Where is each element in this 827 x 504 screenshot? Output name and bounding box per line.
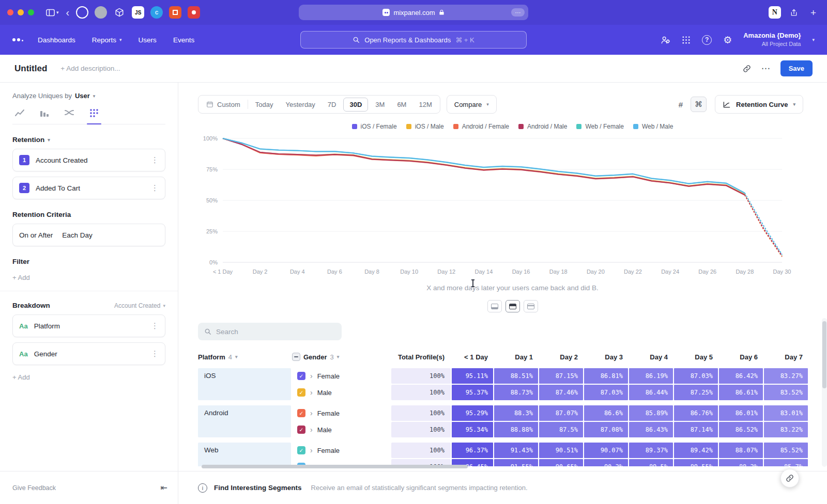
help-icon[interactable]: ?: [702, 35, 712, 45]
share-link-fab[interactable]: [780, 469, 799, 487]
find-segments-link[interactable]: Find Interesting Segments: [214, 484, 302, 492]
row-checkbox[interactable]: ✓: [297, 372, 305, 380]
tab-funnels-icon[interactable]: [39, 108, 50, 118]
platform-cell[interactable]: Web: [198, 443, 291, 466]
day-column-header[interactable]: < 1 Day: [452, 353, 493, 361]
save-button[interactable]: Save: [780, 60, 813, 76]
expand-chevron-icon[interactable]: ›: [310, 372, 313, 380]
legend-item[interactable]: iOS / Female: [352, 123, 397, 130]
global-search[interactable]: Open Reports & Dashboards ⌘ + K: [300, 31, 527, 49]
date-range-6m[interactable]: 6M: [391, 98, 412, 112]
chart-type-select[interactable]: Retention Curve ▾: [715, 95, 803, 114]
add-filter-button[interactable]: + Add: [12, 274, 165, 281]
project-switcher[interactable]: Amazonia {Demo} All Project Data: [743, 32, 801, 48]
day-column-header[interactable]: Day 1: [494, 353, 538, 361]
orange-extension-icon[interactable]: [169, 6, 181, 19]
retention-criteria-control[interactable]: On or After Each Day: [12, 224, 165, 246]
kebab-menu-icon[interactable]: ⋮: [151, 321, 159, 330]
date-range-12m[interactable]: 12M: [412, 98, 438, 112]
nav-reports[interactable]: Reports▾: [92, 36, 122, 44]
horizontal-scrollbar[interactable]: [202, 465, 468, 468]
breakdown-scope-select[interactable]: Account Created ▾: [114, 302, 165, 309]
day-column-header[interactable]: Day 2: [539, 353, 583, 361]
day-column-header[interactable]: Day 4: [629, 353, 673, 361]
legend-item[interactable]: Web / Female: [576, 123, 623, 130]
tab-insights-icon[interactable]: [14, 108, 25, 118]
date-range-custom[interactable]: Custom: [200, 98, 247, 112]
criteria-mode[interactable]: On or After: [19, 231, 53, 239]
day-column-header[interactable]: Day 3: [584, 353, 628, 361]
gender-header[interactable]: Gender 3 ▾: [292, 353, 390, 361]
legend-item[interactable]: Web / Male: [633, 123, 673, 130]
kebab-menu-icon[interactable]: ⋮: [151, 155, 159, 165]
report-title[interactable]: Untitled: [14, 64, 47, 74]
kebab-menu-icon[interactable]: ⋮: [151, 349, 159, 358]
legend-item[interactable]: Android / Female: [453, 123, 509, 130]
cube-extension-icon[interactable]: [113, 6, 126, 19]
more-options-icon[interactable]: ⋯: [761, 63, 770, 74]
annotations-button[interactable]: #: [675, 98, 686, 112]
add-breakdown-button[interactable]: + Add: [12, 373, 165, 381]
day-column-header[interactable]: Day 5: [674, 353, 718, 361]
chevron-down-icon[interactable]: ▾: [56, 10, 59, 15]
day-column-header[interactable]: Day 7: [764, 353, 808, 361]
date-range-3m[interactable]: 3M: [369, 98, 391, 112]
row-checkbox[interactable]: ✓: [297, 446, 305, 454]
give-feedback-link[interactable]: Give Feedback: [12, 484, 56, 492]
maximize-window-button[interactable]: [28, 9, 34, 15]
timer-extension-icon[interactable]: [76, 6, 88, 19]
mixpanel-logo[interactable]: [12, 38, 23, 41]
date-range-today[interactable]: Today: [249, 98, 280, 112]
add-description[interactable]: + Add description...: [60, 65, 120, 72]
back-icon[interactable]: ‹: [66, 7, 70, 18]
analyze-uniques-row[interactable]: Analyze Uniques by User ▾: [12, 92, 165, 100]
day-column-header[interactable]: Day 6: [719, 353, 763, 361]
table-search-input[interactable]: Search: [198, 323, 342, 340]
date-range-7d[interactable]: 7D: [321, 98, 343, 112]
row-checkbox[interactable]: ✓: [297, 388, 305, 397]
page-actions-icon[interactable]: ⋯: [511, 8, 525, 17]
split-view-toggle[interactable]: [506, 300, 520, 312]
data-management-icon[interactable]: [661, 35, 670, 45]
expand-chevron-icon[interactable]: ›: [310, 409, 313, 417]
tab-flows-icon[interactable]: [64, 108, 74, 118]
close-window-button[interactable]: [7, 9, 13, 15]
red-extension-icon[interactable]: [188, 6, 200, 19]
browser-sidebar-icon[interactable]: [46, 9, 55, 17]
legend-item[interactable]: Android / Male: [518, 123, 567, 130]
command-button[interactable]: ⌘: [691, 97, 707, 112]
address-bar[interactable]: mixpanel.com ⋯: [299, 5, 528, 20]
date-range-yesterday[interactable]: Yesterday: [280, 98, 321, 112]
chart-only-toggle[interactable]: [487, 300, 502, 312]
row-checkbox[interactable]: ✓: [297, 426, 305, 434]
vertical-scrollbar[interactable]: [822, 321, 826, 388]
new-tab-icon[interactable]: +: [810, 8, 816, 18]
nav-events[interactable]: Events: [173, 36, 194, 44]
copy-link-icon[interactable]: [743, 65, 751, 73]
event-step-2[interactable]: 2 Added To Cart ⋮: [12, 177, 165, 199]
collapse-sidebar-icon[interactable]: ⇤: [161, 483, 167, 493]
apps-grid-icon[interactable]: [682, 36, 691, 44]
avatar-extension-icon[interactable]: [95, 6, 107, 19]
analyze-value[interactable]: User: [75, 92, 90, 100]
compare-button[interactable]: Compare ▾: [447, 95, 497, 114]
row-checkbox[interactable]: ✓: [297, 409, 305, 417]
breakdown-gender[interactable]: Aa Gender ⋮: [12, 342, 165, 365]
expand-chevron-icon[interactable]: ›: [310, 446, 313, 454]
platform-cell[interactable]: iOS: [198, 368, 291, 400]
gear-icon[interactable]: ⚙: [723, 35, 732, 45]
minimize-window-button[interactable]: [18, 9, 24, 15]
nav-dashboards[interactable]: Dashboards: [38, 36, 75, 44]
table-only-toggle[interactable]: [524, 300, 538, 312]
expand-chevron-icon[interactable]: ›: [310, 388, 313, 397]
chromatic-extension-icon[interactable]: c: [150, 6, 163, 19]
legend-item[interactable]: iOS / Male: [406, 123, 444, 130]
criteria-interval[interactable]: Each Day: [62, 231, 93, 239]
retention-section-title[interactable]: Retention ▾: [12, 136, 165, 144]
js-extension-icon[interactable]: JS: [132, 6, 144, 19]
expand-chevron-icon[interactable]: ›: [310, 426, 313, 434]
event-step-1[interactable]: 1 Account Created ⋮: [12, 149, 165, 171]
kebab-menu-icon[interactable]: ⋮: [151, 183, 159, 193]
nav-users[interactable]: Users: [139, 36, 157, 44]
tab-retention-icon[interactable]: [89, 108, 99, 118]
